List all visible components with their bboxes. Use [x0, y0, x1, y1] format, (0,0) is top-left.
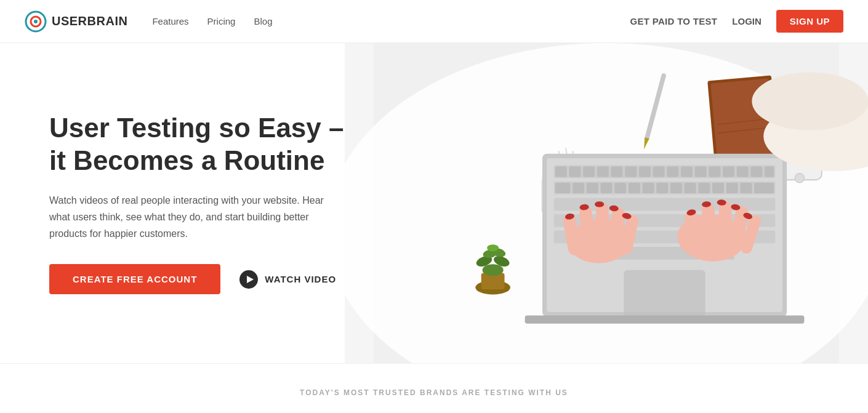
svg-rect-85	[717, 201, 732, 251]
svg-rect-43	[625, 166, 637, 177]
play-icon	[239, 270, 259, 289]
watch-video-label: WATCH VIDEO	[265, 274, 336, 284]
trusted-section: TODAY'S MOST TRUSTED BRANDS ARE TESTING …	[0, 363, 868, 413]
svg-rect-60	[643, 183, 654, 193]
hero-buttons: CREATE FREE ACCOUNT WATCH VIDEO	[49, 264, 345, 294]
svg-rect-58	[614, 183, 626, 193]
nav-pricing[interactable]: Pricing	[207, 16, 236, 26]
hero-content: User Testing so Easy – it Becomes a Rout…	[0, 75, 345, 331]
svg-point-23	[483, 264, 504, 276]
svg-point-2	[34, 20, 38, 23]
svg-rect-49	[709, 166, 720, 177]
svg-rect-39	[569, 166, 581, 177]
svg-rect-53	[765, 166, 774, 177]
svg-point-14	[795, 174, 804, 183]
svg-rect-70	[525, 315, 805, 323]
svg-rect-42	[611, 166, 623, 177]
logo[interactable]: USERBRAIN	[25, 10, 127, 33]
login-link[interactable]: LOGIN	[732, 16, 762, 26]
svg-rect-65	[712, 183, 724, 193]
hero-title: User Testing so Easy – it Becomes a Rout…	[49, 112, 345, 177]
hero-section: User Testing so Easy – it Becomes a Rout…	[0, 43, 868, 363]
get-paid-link[interactable]: GET PAID TO TEST	[630, 16, 718, 26]
svg-rect-62	[670, 183, 682, 193]
svg-rect-51	[737, 166, 749, 177]
watch-video-button[interactable]: WATCH VIDEO	[239, 270, 336, 289]
svg-rect-63	[685, 183, 696, 193]
svg-rect-69	[624, 270, 705, 317]
nav-left: USERBRAIN Features Pricing Blog	[25, 10, 273, 33]
logo-icon	[25, 10, 47, 33]
svg-rect-45	[653, 166, 665, 177]
nav-blog[interactable]: Blog	[254, 16, 272, 26]
svg-rect-38	[555, 166, 567, 177]
hero-image	[345, 43, 868, 363]
signup-button[interactable]: SIGN UP	[776, 10, 843, 33]
svg-rect-64	[698, 183, 710, 193]
svg-point-79	[595, 201, 604, 207]
logo-text: USERBRAIN	[52, 14, 127, 28]
svg-rect-40	[583, 166, 595, 177]
svg-rect-47	[681, 166, 693, 177]
hero-description: Watch videos of real people interacting …	[49, 192, 332, 243]
svg-rect-57	[601, 183, 613, 193]
hero-illustration	[345, 43, 868, 363]
svg-point-94	[752, 72, 868, 130]
svg-rect-50	[723, 166, 734, 177]
svg-rect-61	[656, 183, 668, 193]
nav-features[interactable]: Features	[152, 16, 188, 26]
svg-rect-52	[750, 166, 762, 177]
svg-rect-46	[667, 166, 678, 177]
trusted-label: TODAY'S MOST TRUSTED BRANDS ARE TESTING …	[0, 388, 868, 397]
navbar: USERBRAIN Features Pricing Blog GET PAID…	[0, 0, 868, 43]
svg-rect-55	[573, 183, 584, 193]
svg-point-28	[487, 244, 499, 251]
svg-rect-44	[639, 166, 651, 177]
nav-right: GET PAID TO TEST LOGIN SIGN UP	[630, 10, 843, 33]
svg-rect-59	[629, 183, 640, 193]
svg-rect-48	[695, 166, 707, 177]
svg-rect-66	[726, 183, 738, 193]
svg-rect-74	[596, 203, 609, 251]
svg-rect-41	[597, 166, 609, 177]
svg-rect-56	[587, 183, 598, 193]
svg-rect-54	[555, 183, 571, 193]
svg-rect-68	[754, 183, 774, 193]
create-account-button[interactable]: CREATE FREE ACCOUNT	[49, 264, 220, 294]
svg-rect-67	[740, 183, 752, 193]
nav-links: Features Pricing Blog	[152, 16, 272, 26]
